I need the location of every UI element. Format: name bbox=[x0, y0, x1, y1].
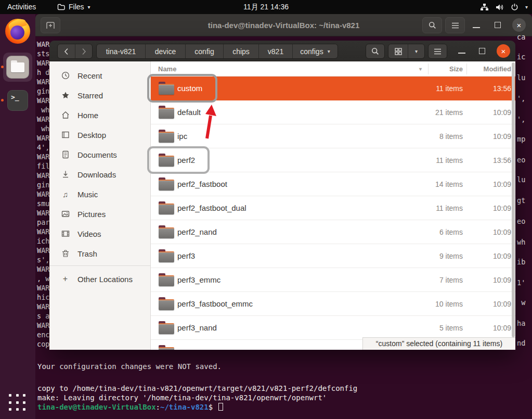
terminal-launcher-icon[interactable]: >_ bbox=[7, 90, 28, 111]
file-modified: 10:09 bbox=[493, 196, 511, 220]
back-button[interactable] bbox=[58, 44, 75, 58]
file-modified: 10:09 bbox=[493, 316, 511, 340]
table-row[interactable]: perf3_fastboot_emmc 10 items 10:09 bbox=[151, 292, 515, 316]
sidebar-item-pictures[interactable]: Pictures bbox=[49, 204, 150, 224]
annotation-box-perf2 bbox=[147, 146, 210, 174]
terminal-text-fragment: WAR bbox=[37, 283, 49, 293]
document-icon bbox=[61, 150, 70, 159]
path-segment[interactable]: tina-v821 bbox=[97, 44, 145, 58]
terminal-text-fragment: wh bbox=[517, 237, 525, 247]
sidebar-item-videos[interactable]: Videos bbox=[49, 224, 150, 244]
files-menu-button[interactable] bbox=[428, 44, 447, 59]
grid-view-button[interactable] bbox=[388, 44, 408, 58]
terminal-minimize-button[interactable] bbox=[473, 27, 480, 28]
file-name: perf3_nand bbox=[177, 316, 217, 340]
folder-icon bbox=[159, 177, 174, 191]
sidebar-label: Other Locations bbox=[77, 275, 133, 284]
file-size: 11 items bbox=[436, 148, 463, 172]
terminal-titlebar[interactable]: tina-dev@tinadev-VirtualBox: ~/tina-v821… bbox=[35, 14, 532, 36]
system-status-area[interactable]: ▾ bbox=[480, 0, 528, 14]
path-segment[interactable]: config bbox=[185, 44, 223, 58]
terminal-text-fragment: cop bbox=[37, 339, 49, 349]
sidebar-item-documents[interactable]: Documents bbox=[49, 145, 150, 164]
file-name: perf2_nand bbox=[177, 220, 217, 244]
view-options-dropdown[interactable]: ▾ bbox=[408, 44, 424, 58]
terminal-text-fragment: , w bbox=[37, 274, 49, 283]
show-applications-button[interactable] bbox=[9, 394, 27, 412]
trash-icon bbox=[61, 249, 70, 258]
app-menu-label: Files bbox=[69, 0, 84, 14]
files-minimize-button[interactable] bbox=[458, 53, 465, 54]
sidebar-item-recent[interactable]: Recent bbox=[49, 66, 150, 85]
terminal-text-fragment: wh bbox=[37, 124, 49, 133]
hamburger-icon bbox=[434, 48, 442, 55]
prompt-dollar: $ bbox=[209, 403, 213, 411]
sidebar-item-desktop[interactable]: Desktop bbox=[49, 125, 150, 145]
activities-button[interactable]: Activities bbox=[7, 0, 36, 14]
terminal-text-fragment: par bbox=[37, 218, 49, 227]
file-size: 5 items bbox=[439, 316, 463, 340]
terminal-text-fragment: ca bbox=[517, 32, 525, 42]
table-row[interactable]: perf2_fastboot_dual 11 items 10:09 bbox=[151, 196, 515, 220]
files-close-button[interactable]: × bbox=[497, 44, 510, 58]
files-headerbar[interactable]: tina-v821 device config chips v821 confi… bbox=[49, 41, 515, 61]
column-header-modified[interactable]: Modified bbox=[484, 61, 511, 77]
path-segment[interactable]: v821 bbox=[258, 44, 292, 58]
chevron-down-icon: ▾ bbox=[525, 4, 528, 10]
terminal-text-fragment: wh bbox=[37, 105, 49, 115]
terminal-text-fragment: fil bbox=[37, 161, 49, 171]
file-size: 7 items bbox=[439, 268, 463, 292]
sidebar-label: Documents bbox=[77, 150, 117, 159]
folder-icon bbox=[159, 345, 174, 350]
chevron-down-icon: ▾ bbox=[415, 48, 418, 54]
terminal-restore-button[interactable] bbox=[495, 22, 501, 28]
home-icon bbox=[61, 111, 70, 119]
table-row[interactable]: perf2_nand 6 items 10:09 bbox=[151, 220, 515, 244]
file-modified: 10:09 bbox=[493, 124, 511, 148]
column-header-size[interactable]: Size bbox=[449, 61, 463, 77]
path-segment-current[interactable]: configs▾ bbox=[292, 44, 338, 58]
terminal-search-button[interactable] bbox=[422, 17, 442, 33]
file-name: perf3 bbox=[177, 244, 195, 268]
sidebar-item-home[interactable]: Home bbox=[49, 105, 150, 125]
table-row[interactable]: perf2_fastboot 14 items 10:09 bbox=[151, 172, 515, 196]
terminal-running-dot bbox=[1, 99, 4, 101]
file-size: 8 items bbox=[439, 124, 463, 148]
terminal-prompt[interactable]: tina-dev@tinadev-VirtualBox:~/tina-v821$ bbox=[37, 402, 526, 412]
terminal-text-fragment: gin bbox=[37, 86, 49, 96]
file-size: 6 items bbox=[439, 220, 463, 244]
sidebar-item-other-locations[interactable]: + Other Locations bbox=[49, 269, 150, 289]
file-name: ipc bbox=[177, 124, 187, 148]
file-size: 10 items bbox=[435, 292, 463, 316]
table-row[interactable]: perf3 9 items 10:09 bbox=[151, 244, 515, 268]
table-row[interactable]: perf3_emmc 7 items 10:09 bbox=[151, 268, 515, 292]
chevron-left-icon bbox=[64, 48, 69, 55]
files-search-button[interactable] bbox=[366, 44, 385, 59]
file-modified: 10:09 bbox=[493, 172, 511, 196]
app-menu-files[interactable]: Files ▾ bbox=[57, 0, 90, 14]
path-segment[interactable]: chips bbox=[223, 44, 258, 58]
path-segment[interactable]: device bbox=[145, 44, 185, 58]
terminal-text-fragment: h d bbox=[37, 68, 49, 77]
folder-icon bbox=[159, 130, 174, 143]
sidebar-item-trash[interactable]: Trash bbox=[49, 244, 150, 263]
scrollbar[interactable] bbox=[512, 62, 515, 337]
terminal-text-fragment: WAR bbox=[37, 264, 49, 274]
files-launcher[interactable] bbox=[3, 53, 32, 82]
sort-arrow-icon: ▾ bbox=[419, 61, 422, 77]
files-maximize-button[interactable] bbox=[479, 48, 485, 54]
table-row[interactable]: perf3_nand 5 items 10:09 bbox=[151, 316, 515, 340]
terminal-text-fragment: WAR bbox=[37, 208, 49, 218]
firefox-launcher-icon[interactable] bbox=[5, 19, 30, 44]
terminal-text-fragment: ha bbox=[517, 319, 525, 328]
sidebar-label: Starred bbox=[77, 91, 103, 100]
video-icon bbox=[61, 230, 70, 238]
clock[interactable]: 11月 21 14:36 bbox=[243, 0, 289, 14]
sidebar-item-music[interactable]: ♫ Music bbox=[49, 184, 150, 204]
terminal-menu-button[interactable] bbox=[445, 17, 465, 33]
forward-button[interactable] bbox=[75, 44, 92, 58]
folder-outline-icon bbox=[57, 4, 65, 10]
sidebar-item-starred[interactable]: Starred bbox=[49, 85, 150, 105]
terminal-text-fragment: enc bbox=[37, 330, 49, 339]
sidebar-item-downloads[interactable]: Downloads bbox=[49, 164, 150, 184]
